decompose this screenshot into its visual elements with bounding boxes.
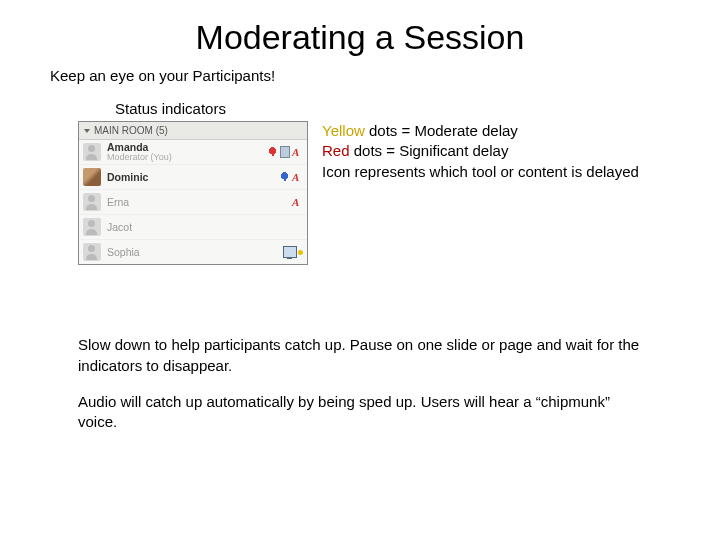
- yellow-rest: dots = Moderate delay: [365, 122, 518, 139]
- yellow-word: Yellow: [322, 122, 365, 139]
- legend-yellow-line: Yellow dots = Moderate delay: [322, 121, 639, 141]
- legend-icon-line: Icon represents which tool or content is…: [322, 162, 639, 182]
- participant-row: AmandaModerator (You)A: [79, 140, 307, 165]
- slide-title: Moderating a Session: [0, 18, 720, 57]
- avatar: [83, 168, 101, 186]
- red-rest: dots = Significant delay: [350, 142, 509, 159]
- avatar: [83, 243, 101, 261]
- whiteboard-icon: [280, 146, 290, 158]
- monitor-icon: [283, 246, 297, 258]
- participants-panel: MAIN ROOM (5) AmandaModerator (You)ADomi…: [78, 121, 308, 265]
- participant-role: Moderator (You): [107, 153, 267, 162]
- name-block: Sophia: [107, 247, 283, 258]
- app-share-icon: A: [292, 172, 303, 183]
- panel-header-text: MAIN ROOM (5): [94, 125, 168, 136]
- status-icons: A: [267, 146, 303, 158]
- participant-name: Dominic: [107, 172, 279, 183]
- slide-subtitle: Keep an eye on your Participants!: [50, 67, 720, 84]
- avatar: [83, 193, 101, 211]
- avatar: [83, 143, 101, 161]
- red-word: Red: [322, 142, 350, 159]
- delay-indicator: [283, 246, 303, 258]
- participant-name: Jacot: [107, 222, 303, 233]
- yellow-dot-icon: [298, 250, 303, 255]
- avatar: [83, 218, 101, 236]
- name-block: Dominic: [107, 172, 279, 183]
- body-paragraph-1: Slow down to help participants catch up.…: [78, 335, 648, 376]
- panel-header: MAIN ROOM (5): [79, 122, 307, 140]
- app-share-icon: A: [292, 197, 303, 208]
- status-icons: A: [279, 172, 303, 183]
- participant-row: ErnaA: [79, 190, 307, 215]
- participant-name: Sophia: [107, 247, 283, 258]
- body-paragraph-2: Audio will catch up automatically by bei…: [78, 392, 648, 433]
- participant-name: Erna: [107, 197, 292, 208]
- participant-row: Sophia: [79, 240, 307, 264]
- status-indicators-label: Status indicators: [115, 100, 720, 117]
- name-block: Jacot: [107, 222, 303, 233]
- mic-icon: [279, 172, 290, 183]
- legend-red-line: Red dots = Significant delay: [322, 141, 639, 161]
- name-block: AmandaModerator (You): [107, 142, 267, 162]
- participant-row: Jacot: [79, 215, 307, 240]
- mic-icon: [267, 147, 278, 158]
- name-block: Erna: [107, 197, 292, 208]
- expand-icon: [84, 129, 90, 133]
- status-icons: A: [292, 197, 303, 208]
- status-icons: [283, 246, 303, 258]
- app-share-icon: A: [292, 147, 303, 158]
- participant-row: DominicA: [79, 165, 307, 190]
- legend-block: Yellow dots = Moderate delay Red dots = …: [322, 121, 639, 182]
